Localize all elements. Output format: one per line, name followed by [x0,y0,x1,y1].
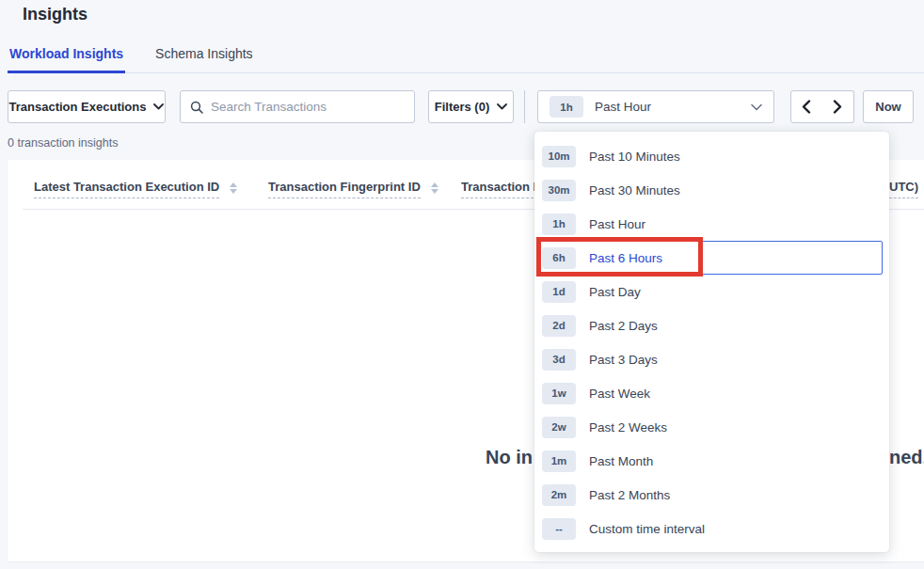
sort-icon[interactable] [230,182,237,194]
time-option-label: Past 10 Minutes [589,150,680,164]
time-option-badge: 6h [542,247,576,269]
time-option-label: Past Hour [589,217,645,231]
results-count: 0 transaction insights [8,136,118,150]
time-option-label: Past 30 Minutes [589,183,680,198]
time-option-label: Custom time interval [589,522,705,536]
time-option-6h[interactable]: 6hPast 6 Hours [539,241,883,275]
time-option-1h[interactable]: 1hPast Hour [534,207,889,241]
time-option-badge: -- [542,518,576,540]
time-option-1w[interactable]: 1wPast Week [534,376,889,410]
chevron-down-icon [497,103,507,110]
time-option-10m[interactable]: 10mPast 10 Minutes [534,139,889,173]
time-option-2m[interactable]: 2mPast 2 Months [534,478,889,512]
time-range-dropdown: 10mPast 10 Minutes 30mPast 30 Minutes 1h… [534,132,889,552]
time-option-label: Past 2 Days [589,319,658,333]
chevron-left-icon [802,100,811,114]
time-option-label: Past 2 Months [589,488,670,502]
time-option-badge: 2w [542,417,576,438]
filters-label: Filters (0) [435,100,490,114]
time-option-1d[interactable]: 1dPast Day [534,275,889,308]
time-option-label: Past Month [589,454,653,468]
time-option-badge: 1w [542,383,576,404]
time-option-label: Past 3 Days [589,353,658,367]
time-option-badge: 1h [542,213,576,235]
search-icon [190,101,203,114]
time-option-label: Past Day [589,285,641,299]
empty-state-text-right: ned. [889,447,924,468]
page-title: Insights [23,5,88,24]
now-button[interactable]: Now [863,90,914,123]
filters-button[interactable]: Filters (0) [428,90,514,123]
time-option-30m[interactable]: 30mPast 30 Minutes [534,173,889,207]
time-option-badge: 2d [542,315,576,337]
tab-bar: Workload Insights Schema Insights [8,38,924,73]
transaction-type-select[interactable]: Transaction Executions [8,90,166,123]
time-option-2w[interactable]: 2wPast 2 Weeks [534,410,889,444]
empty-state-text-left: No in [486,447,533,468]
time-next-button[interactable] [821,90,854,123]
time-option-badge: 2m [542,484,576,506]
tab-schema-insights[interactable]: Schema Insights [153,39,255,72]
search-input[interactable] [211,100,405,114]
tab-workload-insights[interactable]: Workload Insights [8,39,125,72]
column-header-transaction-fingerprint-id[interactable]: Transaction Fingerprint ID [268,180,421,198]
time-option-badge: 1d [542,281,576,303]
column-header-utc-clipped[interactable]: UTC) [889,180,918,198]
insights-page: Insights Workload Insights Schema Insigh… [0,0,924,569]
time-option-badge: 1m [542,450,576,472]
transaction-type-label: Transaction Executions [9,100,147,114]
time-option-2d[interactable]: 2dPast 2 Days [534,308,889,342]
time-option-label: Past 2 Weeks [589,420,667,435]
toolbar-divider [524,90,525,123]
time-option-3d[interactable]: 3dPast 3 Days [534,342,889,376]
sort-icon[interactable] [431,182,438,194]
time-range-badge: 1h [550,96,583,118]
toolbar: Transaction Executions Filters (0) 1h Pa… [0,90,924,123]
chevron-down-icon [751,103,762,111]
time-range-select[interactable]: 1h Past Hour [537,90,774,123]
time-range-label: Past Hour [595,100,651,114]
time-option-badge: 3d [542,349,576,371]
chevron-right-icon [833,100,842,114]
search-box [180,90,415,123]
chevron-down-icon [153,103,164,110]
time-option-label: Past 6 Hours [589,251,662,265]
time-option-custom[interactable]: --Custom time interval [534,512,889,545]
time-prev-button[interactable] [790,90,822,123]
time-option-badge: 30m [542,180,576,201]
time-option-1m[interactable]: 1mPast Month [534,444,889,478]
time-option-badge: 10m [542,146,576,167]
column-header-latest-transaction-execution-id[interactable]: Latest Transaction Execution ID [34,180,219,198]
column-header-transaction-execution-clipped[interactable]: Transaction Ex [461,180,542,198]
time-option-label: Past Week [589,387,650,401]
